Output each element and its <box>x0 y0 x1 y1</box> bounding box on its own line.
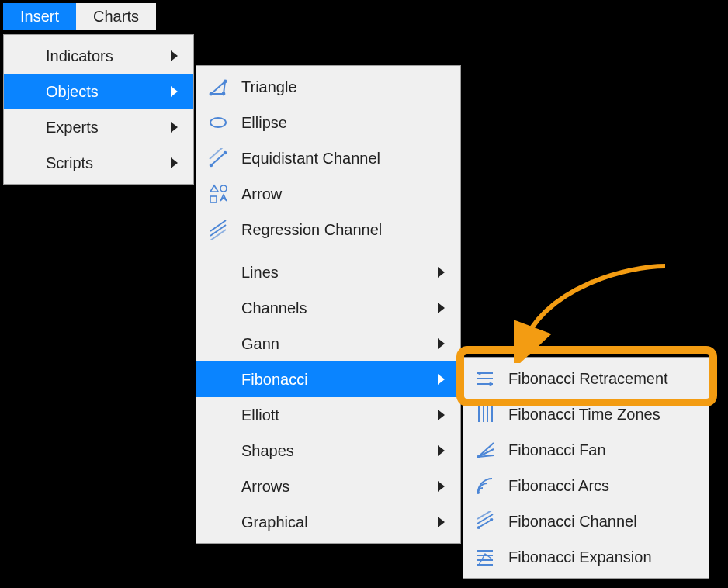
objects-menu: Triangle Ellipse Equidistant Channel Arr… <box>196 65 461 544</box>
ellipse-icon <box>207 112 229 133</box>
fibonacci-menu: Fibonacci Retracement Fibonacci Time Zon… <box>463 357 709 579</box>
menu-item-label: Graphical <box>241 514 308 531</box>
annotation-arrow <box>514 262 669 363</box>
menu-item-shapes[interactable]: Shapes <box>196 433 460 469</box>
menu-item-experts[interactable]: Experts <box>4 109 193 145</box>
menubar-item-label: Charts <box>93 8 139 25</box>
menu-item-channels[interactable]: Channels <box>196 290 460 326</box>
menubar: Insert Charts <box>3 3 156 30</box>
menu-item-label: Fibonacci Expansion <box>508 548 652 566</box>
menu-item-fib-fan[interactable]: Fibonacci Fan <box>463 432 709 468</box>
menu-item-fib-arcs[interactable]: Fibonacci Arcs <box>463 468 709 503</box>
menu-separator <box>204 251 452 251</box>
menu-item-label: Lines <box>241 264 279 282</box>
menu-item-lines[interactable]: Lines <box>196 254 460 290</box>
menu-item-fib-timezones[interactable]: Fibonacci Time Zones <box>463 396 709 432</box>
menu-item-fib-retracement[interactable]: Fibonacci Retracement <box>463 361 709 396</box>
menu-item-label: Fibonacci Arcs <box>508 477 609 495</box>
menubar-item-insert[interactable]: Insert <box>3 3 76 30</box>
menu-item-label: Gann <box>241 335 279 353</box>
menu-item-label: Fibonacci Fan <box>508 441 606 459</box>
menu-item-elliott[interactable]: Elliott <box>196 397 460 433</box>
menu-item-label: Objects <box>46 83 99 101</box>
menu-item-label: Arrows <box>241 478 289 496</box>
fib-expansion-icon <box>474 546 496 568</box>
menu-item-label: Triangle <box>241 78 297 96</box>
arrow-shapes-icon <box>207 183 229 205</box>
menu-item-label: Indicators <box>46 47 113 65</box>
menu-item-label: Scripts <box>46 154 93 172</box>
menubar-item-charts[interactable]: Charts <box>76 3 156 30</box>
menu-item-scripts[interactable]: Scripts <box>4 145 193 181</box>
menu-item-indicators[interactable]: Indicators <box>4 38 193 74</box>
menu-item-graphical[interactable]: Graphical <box>196 504 460 540</box>
menu-item-arrow[interactable]: Arrow <box>196 176 460 212</box>
fib-retracement-icon <box>474 368 496 389</box>
menu-item-label: Fibonacci Channel <box>508 513 637 531</box>
menu-item-arrows[interactable]: Arrows <box>196 469 460 504</box>
menu-item-label: Equidistant Channel <box>241 150 380 168</box>
menu-item-fib-channel[interactable]: Fibonacci Channel <box>463 503 709 539</box>
menu-item-label: Elliott <box>241 406 279 424</box>
menu-item-fib-expansion[interactable]: Fibonacci Expansion <box>463 539 709 575</box>
menu-item-gann[interactable]: Gann <box>196 326 460 361</box>
menu-item-label: Fibonacci Retracement <box>508 370 668 388</box>
menu-item-label: Fibonacci Time Zones <box>508 406 660 424</box>
regression-icon <box>207 219 229 240</box>
menu-item-label: Arrow <box>241 185 282 203</box>
channel-icon <box>207 147 229 169</box>
triangle-icon <box>207 76 229 98</box>
fib-fan-icon <box>474 439 496 461</box>
menu-item-label: Shapes <box>241 442 294 460</box>
fib-channel-icon <box>474 510 496 532</box>
menu-item-ellipse[interactable]: Ellipse <box>196 105 460 140</box>
menu-item-regression-channel[interactable]: Regression Channel <box>196 212 460 247</box>
menu-item-label: Fibonacci <box>241 371 308 389</box>
menu-item-label: Regression Channel <box>241 221 382 239</box>
menu-item-label: Channels <box>241 299 307 317</box>
fib-arcs-icon <box>474 475 496 496</box>
insert-menu: Indicators Objects Experts Scripts <box>3 34 194 185</box>
fib-timezones-icon <box>474 403 496 425</box>
menubar-item-label: Insert <box>20 8 59 25</box>
menu-item-triangle[interactable]: Triangle <box>196 69 460 105</box>
menu-item-label: Ellipse <box>241 114 287 132</box>
menu-item-label: Experts <box>46 119 99 137</box>
menu-item-equidistant-channel[interactable]: Equidistant Channel <box>196 140 460 176</box>
menu-item-objects[interactable]: Objects <box>4 74 193 109</box>
menu-item-fibonacci[interactable]: Fibonacci <box>196 361 460 397</box>
